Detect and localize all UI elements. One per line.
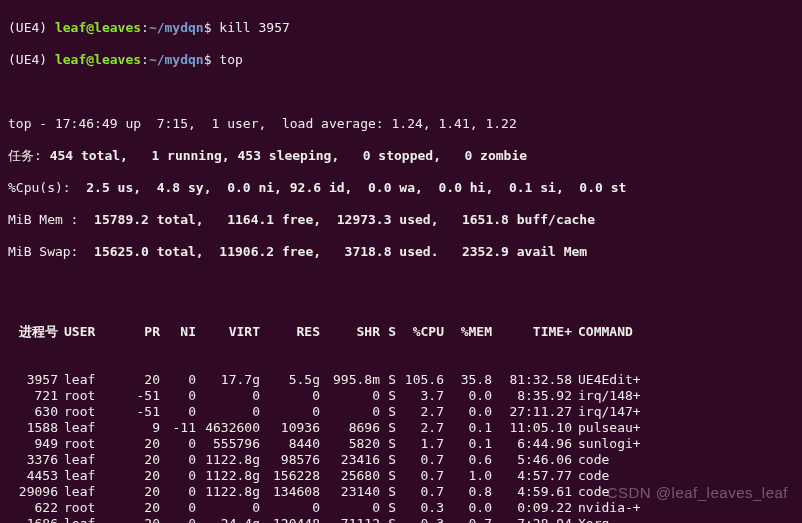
terminal[interactable]: (UE4) leaf@leaves:~/mydqn$ kill 3957 (UE… [0, 0, 802, 523]
col-time: TIME+ [492, 324, 572, 340]
col-user: USER [58, 324, 120, 340]
table-row: 1588leaf9-114632600109368696S2.70.111:05… [8, 420, 794, 436]
blank-line [8, 84, 794, 100]
col-pr: PR [120, 324, 160, 340]
process-table-header: 进程号 USER PR NI VIRT RES SHR S %CPU %MEM … [8, 324, 794, 340]
table-row: 622root200000S0.30.00:09.22nvidia-+ [8, 500, 794, 516]
table-row: 3957leaf20017.7g5.5g995.8mS105.635.881:3… [8, 372, 794, 388]
table-row: 3376leaf2001122.8g9857623416S0.70.65:46.… [8, 452, 794, 468]
prompt-line-2: (UE4) leaf@leaves:~/mydqn$ top [8, 52, 794, 68]
top-swap-line: MiB Swap: 15625.0 total, 11906.2 free, 3… [8, 244, 794, 260]
top-mem-line: MiB Mem : 15789.2 total, 1164.1 free, 12… [8, 212, 794, 228]
top-uptime-line: top - 17:46:49 up 7:15, 1 user, load ave… [8, 116, 794, 132]
table-row: 630root-510000S2.70.027:11.27irq/147+ [8, 404, 794, 420]
table-row: 4453leaf2001122.8g15622825680S0.71.04:57… [8, 468, 794, 484]
col-cpu: %CPU [396, 324, 444, 340]
prompt-line-1: (UE4) leaf@leaves:~/mydqn$ kill 3957 [8, 20, 794, 36]
top-tasks-line: 任务: 454 total, 1 running, 453 sleeping, … [8, 148, 794, 164]
process-table-body: 3957leaf20017.7g5.5g995.8mS105.635.881:3… [8, 372, 794, 523]
table-row: 721root-510000S3.70.08:35.92irq/148+ [8, 388, 794, 404]
top-cpu-line: %Cpu(s): 2.5 us, 4.8 sy, 0.0 ni, 92.6 id… [8, 180, 794, 196]
col-s: S [380, 324, 396, 340]
blank-line-2 [8, 276, 794, 292]
col-mem: %MEM [444, 324, 492, 340]
col-ni: NI [160, 324, 196, 340]
col-res: RES [260, 324, 320, 340]
col-cmd: COMMAND [572, 324, 633, 340]
table-row: 1686leaf20024.4g12044871112S0.30.77:28.9… [8, 516, 794, 523]
col-shr: SHR [320, 324, 380, 340]
table-row: 29096leaf2001122.8g13460823140S0.70.84:5… [8, 484, 794, 500]
table-row: 949root20055579684405820S1.70.16:44.96su… [8, 436, 794, 452]
col-virt: VIRT [196, 324, 260, 340]
col-pid: 进程号 [8, 324, 58, 340]
